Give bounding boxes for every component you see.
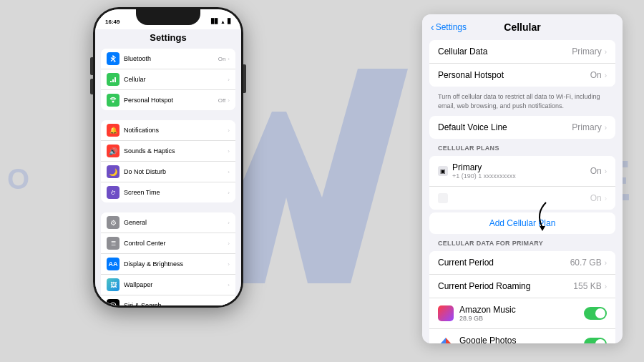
cellular-chevron: › bbox=[228, 77, 230, 83]
back-label: Settings bbox=[436, 22, 467, 32]
phone-device: 16:49 ▊▊ ▲ ▊ Settings bbox=[93, 7, 243, 308]
display-item[interactable]: AA Display & Brightness › bbox=[101, 254, 235, 275]
divider-1 bbox=[95, 113, 241, 117]
dnd-item[interactable]: 🌙 Do Not Disturb › bbox=[101, 162, 235, 182]
secondary-plan-label bbox=[452, 193, 454, 203]
amazon-music-icon bbox=[438, 305, 454, 321]
display-chevron: › bbox=[228, 261, 230, 268]
dnd-icon: 🌙 bbox=[107, 165, 119, 178]
google-photos-item[interactable]: Google Photos 8.8 GB bbox=[429, 329, 615, 343]
voice-line-item[interactable]: Default Voice Line Primary › bbox=[429, 116, 615, 139]
hotspot-icon bbox=[107, 94, 119, 107]
notifications-icon: 🔔 bbox=[107, 124, 119, 137]
control-center-icon: ☰ bbox=[107, 237, 119, 250]
control-center-item[interactable]: ☰ Control Center › bbox=[101, 233, 235, 254]
google-photos-label: Google Photos bbox=[459, 336, 584, 343]
amazon-music-item[interactable]: Amazon Music 28.9 GB bbox=[429, 298, 615, 329]
arrow-annotation bbox=[528, 199, 564, 238]
svg-rect-1 bbox=[110, 81, 112, 82]
voice-line-value: Primary bbox=[572, 122, 601, 132]
screen-time-item[interactable]: ⏱ Screen Time › bbox=[101, 182, 235, 202]
display-icon: AA bbox=[107, 258, 119, 270]
notch bbox=[136, 9, 200, 25]
wifi-icon: ▲ bbox=[220, 19, 225, 24]
hotspot-chevron: › bbox=[228, 97, 230, 104]
current-period-roaming-item[interactable]: Current Period Roaming 155 KB › bbox=[429, 275, 615, 298]
svg-rect-3 bbox=[114, 77, 116, 82]
current-period-item[interactable]: Current Period 60.7 GB › bbox=[429, 251, 615, 275]
panel-back-button[interactable]: ‹ Settings bbox=[431, 21, 467, 33]
cellular-icon bbox=[107, 73, 119, 86]
power-button bbox=[243, 64, 246, 93]
current-period-roaming-label: Current Period Roaming bbox=[438, 281, 573, 291]
bluetooth-item[interactable]: Bluetooth On › bbox=[101, 49, 235, 69]
cellular-data-item[interactable]: Cellular Data Primary › bbox=[429, 40, 615, 64]
sounds-label: Sounds & Haptics bbox=[124, 147, 228, 155]
siri-item[interactable]: Siri & Search › bbox=[101, 295, 235, 305]
cellular-item[interactable]: Cellular › bbox=[101, 69, 235, 90]
panel-info-text: Turn off cellular data to restrict all d… bbox=[422, 89, 623, 113]
primary-plan-label: Primary bbox=[452, 162, 516, 172]
screen-time-label: Screen Time bbox=[124, 189, 228, 196]
divider-2 bbox=[95, 205, 241, 210]
cellular-data-value: Primary bbox=[572, 47, 601, 57]
settings-group-2: 🔔 Notifications › 🔊 Sounds & Haptics › 🌙… bbox=[101, 120, 235, 202]
voice-line-section: Default Voice Line Primary › bbox=[429, 116, 615, 139]
google-photos-toggle[interactable] bbox=[584, 338, 607, 343]
sounds-chevron: › bbox=[228, 148, 230, 155]
current-period-value: 60.7 GB bbox=[570, 258, 602, 268]
siri-icon bbox=[107, 299, 119, 305]
secondary-plan-item[interactable]: On › bbox=[429, 187, 615, 210]
add-cellular-plan-button[interactable]: Add Cellular Plan bbox=[429, 212, 615, 234]
svg-point-5 bbox=[110, 303, 116, 305]
primary-plan-item[interactable]: ▣ Primary +1 (190) 1 xxxxxxxxxx On › bbox=[429, 156, 615, 187]
voice-line-chevron: › bbox=[605, 124, 607, 132]
cellular-label: Cellular bbox=[124, 76, 228, 83]
wallpaper-item[interactable]: 🖼 Wallpaper › bbox=[101, 275, 235, 295]
bluetooth-label: Bluetooth bbox=[124, 55, 218, 62]
amazon-music-label: Amazon Music bbox=[459, 305, 584, 315]
panel-top-section: Cellular Data Primary › Personal Hotspot… bbox=[429, 40, 615, 87]
svg-rect-2 bbox=[112, 79, 114, 82]
secondary-plan-value: On bbox=[590, 193, 602, 203]
control-center-chevron: › bbox=[228, 240, 230, 247]
panel-title: Cellular bbox=[504, 21, 540, 33]
amazon-music-size: 28.9 GB bbox=[459, 315, 584, 322]
personal-hotspot-item[interactable]: Personal Hotspot Off › bbox=[101, 90, 235, 110]
sounds-item[interactable]: 🔊 Sounds & Haptics › bbox=[101, 141, 235, 162]
primary-plan-chevron: › bbox=[605, 167, 607, 175]
primary-plan-value: On bbox=[590, 166, 602, 176]
control-center-label: Control Center bbox=[124, 240, 228, 247]
current-period-roaming-chevron: › bbox=[605, 283, 607, 290]
siri-label: Siri & Search bbox=[124, 302, 228, 305]
status-time: 16:49 bbox=[105, 19, 119, 25]
bluetooth-value: On bbox=[218, 56, 226, 62]
notifications-chevron: › bbox=[228, 127, 230, 134]
display-label: Display & Brightness bbox=[124, 260, 228, 268]
general-item[interactable]: ⚙ General › bbox=[101, 212, 235, 233]
amazon-music-toggle[interactable] bbox=[584, 307, 607, 320]
cellular-plans-section: ▣ Primary +1 (190) 1 xxxxxxxxxx On › bbox=[429, 156, 615, 210]
battery-icon: ▊ bbox=[228, 19, 231, 24]
bluetooth-icon bbox=[107, 52, 119, 65]
settings-group-1: Bluetooth On › Cellular › bbox=[101, 49, 235, 110]
google-photos-icon bbox=[438, 336, 454, 343]
bluetooth-chevron: › bbox=[228, 56, 230, 62]
svg-point-4 bbox=[112, 101, 114, 103]
dnd-chevron: › bbox=[228, 169, 230, 175]
voice-line-label: Default Voice Line bbox=[438, 122, 572, 132]
settings-title: Settings bbox=[102, 32, 234, 43]
cellular-panel: ‹ Settings Cellular Cellular Data Primar… bbox=[422, 14, 623, 343]
cellular-plans-header: CELLULAR PLANS bbox=[422, 142, 623, 153]
general-chevron: › bbox=[228, 220, 230, 226]
notifications-item[interactable]: 🔔 Notifications › bbox=[101, 120, 235, 141]
screen-time-icon: ⏱ bbox=[107, 186, 119, 199]
current-period-chevron: › bbox=[605, 259, 607, 267]
volume-down-button bbox=[90, 79, 93, 94]
panel-hotspot-item[interactable]: Personal Hotspot On › bbox=[429, 64, 615, 87]
volume-button bbox=[90, 57, 93, 75]
panel-hotspot-label: Personal Hotspot bbox=[438, 70, 590, 80]
signal-icon: ▊▊ bbox=[211, 19, 218, 24]
settings-screen: Settings Bluetooth On › bbox=[95, 29, 241, 305]
current-period-label: Current Period bbox=[438, 258, 570, 268]
